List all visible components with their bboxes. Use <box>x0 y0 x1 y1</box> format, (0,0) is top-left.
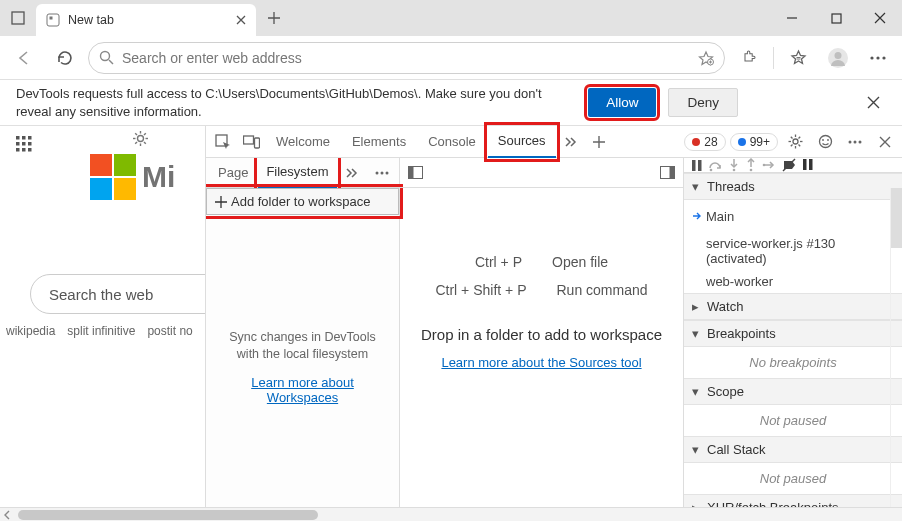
tab-welcome[interactable]: Welcome <box>266 126 340 158</box>
new-tab-devtools-button[interactable] <box>586 129 612 155</box>
favorites-button[interactable] <box>782 42 814 74</box>
debugger-scrollbar[interactable] <box>890 188 902 521</box>
svg-rect-18 <box>22 148 26 152</box>
window-titlebar: New tab <box>0 0 902 36</box>
step-icon[interactable] <box>762 159 777 172</box>
quick-link[interactable]: postit no <box>147 324 192 338</box>
allow-button[interactable]: Allow <box>588 88 656 117</box>
back-button[interactable] <box>8 42 40 74</box>
error-count[interactable]: 28 <box>684 133 725 151</box>
step-into-icon[interactable] <box>728 158 740 172</box>
svg-point-42 <box>750 169 753 172</box>
drop-folder-hint: Drop in a folder to add to workspace <box>418 326 665 343</box>
apps-button[interactable] <box>16 136 32 152</box>
thread-web-worker[interactable]: web-worker <box>684 270 902 293</box>
svg-rect-3 <box>832 14 841 23</box>
svg-rect-14 <box>16 142 20 146</box>
toggle-debugger-icon[interactable] <box>660 166 675 179</box>
devtools-menu-button[interactable] <box>842 129 868 155</box>
window-horizontal-scrollbar[interactable] <box>0 507 902 521</box>
maximize-button[interactable] <box>814 0 858 36</box>
tab-actions-button[interactable] <box>0 0 36 36</box>
breakpoints-header[interactable]: Breakpoints <box>684 320 902 347</box>
svg-point-26 <box>822 139 824 141</box>
favorite-icon[interactable] <box>698 50 714 66</box>
thread-main[interactable]: Main <box>684 200 902 232</box>
svg-rect-19 <box>28 148 32 152</box>
refresh-button[interactable] <box>48 42 80 74</box>
microsoft-logo-icon <box>90 154 136 200</box>
svg-rect-23 <box>254 138 259 148</box>
threads-header[interactable]: Threads <box>684 173 902 200</box>
browser-menu-button[interactable] <box>862 42 894 74</box>
shortcut-open-label: Open file <box>552 254 608 270</box>
callstack-header[interactable]: Call Stack <box>684 436 902 463</box>
svg-point-4 <box>101 52 110 61</box>
toggle-navigator-icon[interactable] <box>408 166 423 179</box>
tab-elements[interactable]: Elements <box>342 126 416 158</box>
deactivate-breakpoints-icon[interactable] <box>782 158 796 172</box>
permission-bar: DevTools requests full access to C:\User… <box>0 80 902 126</box>
svg-rect-0 <box>12 12 24 24</box>
scrollbar-thumb[interactable] <box>18 510 318 520</box>
tab-console[interactable]: Console <box>418 126 486 158</box>
svg-point-20 <box>138 136 144 142</box>
dismiss-permission-button[interactable] <box>860 96 886 109</box>
chevron-left-icon <box>2 510 12 520</box>
deny-button[interactable]: Deny <box>668 88 738 117</box>
tab-sources[interactable]: Sources <box>488 126 556 158</box>
shortcut-open-keys: Ctrl + P <box>475 254 522 270</box>
navigator-tab-page[interactable]: Page <box>210 158 256 188</box>
svg-rect-15 <box>22 142 26 146</box>
more-tabs-button[interactable] <box>558 129 584 155</box>
svg-point-10 <box>882 56 885 59</box>
quick-link[interactable]: wikipedia <box>6 324 55 338</box>
learn-workspaces-link[interactable]: Learn more about Workspaces <box>251 375 354 405</box>
extensions-button[interactable] <box>733 42 765 74</box>
address-placeholder: Search or enter web address <box>122 50 690 66</box>
profile-button[interactable] <box>822 42 854 74</box>
learn-sources-link[interactable]: Learn more about the Sources tool <box>441 355 641 370</box>
svg-rect-17 <box>16 148 20 152</box>
callstack-not-paused: Not paused <box>684 463 902 494</box>
add-folder-label: Add folder to workspace <box>231 194 370 209</box>
watch-header[interactable]: Watch <box>684 293 902 320</box>
thread-service-worker[interactable]: service-worker.js #130 (activated) <box>684 232 902 270</box>
close-window-button[interactable] <box>858 0 902 36</box>
feedback-button[interactable] <box>812 129 838 155</box>
close-devtools-button[interactable] <box>872 129 898 155</box>
devtools-settings-button[interactable] <box>782 129 808 155</box>
tab-actions-icon <box>11 11 25 25</box>
svg-rect-16 <box>28 142 32 146</box>
browser-tab[interactable]: New tab <box>36 4 256 36</box>
pause-icon[interactable] <box>690 159 703 172</box>
shortcut-cmd-keys: Ctrl + Shift + P <box>435 282 526 298</box>
info-count[interactable]: 99+ <box>730 133 778 151</box>
device-toolbar-button[interactable] <box>238 129 264 155</box>
step-out-icon[interactable] <box>745 158 757 172</box>
svg-point-9 <box>876 56 879 59</box>
error-dot-icon <box>692 138 700 146</box>
scope-header[interactable]: Scope <box>684 378 902 405</box>
inspect-element-button[interactable] <box>210 129 236 155</box>
pause-on-exceptions-icon[interactable] <box>801 158 815 172</box>
minimize-button[interactable] <box>770 0 814 36</box>
navigator-more-tabs-button[interactable] <box>339 160 365 186</box>
web-search-input[interactable]: Search the web <box>30 274 206 314</box>
scope-not-paused: Not paused <box>684 405 902 436</box>
navigator-menu-button[interactable] <box>369 160 395 186</box>
quick-link[interactable]: split infinitive <box>67 324 135 338</box>
quick-links: wikipedia split infinitive postit no <box>6 324 205 338</box>
page-settings-button[interactable] <box>132 130 149 147</box>
address-bar[interactable]: Search or enter web address <box>88 42 725 74</box>
sync-hint-text: Sync changes in DevTools with the local … <box>206 215 399 369</box>
step-over-icon[interactable] <box>708 159 723 172</box>
web-search-placeholder: Search the web <box>49 286 153 303</box>
svg-point-33 <box>386 171 389 174</box>
close-tab-icon[interactable] <box>236 15 246 25</box>
navigator-tab-filesystem[interactable]: Filesystem <box>258 158 336 188</box>
add-folder-to-workspace-button[interactable]: Add folder to workspace <box>206 188 399 215</box>
permission-text: DevTools requests full access to C:\User… <box>16 85 576 120</box>
new-tab-button[interactable] <box>256 0 292 36</box>
arrow-right-icon <box>692 211 702 221</box>
